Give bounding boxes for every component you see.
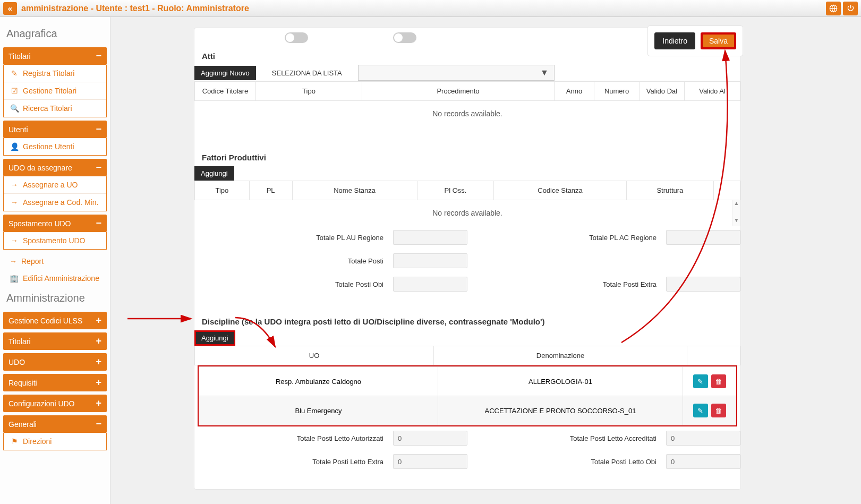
section-title-discipline: Discipline (se la UDO integra posti lett… [194,317,740,330]
trash-icon: 🗑 [715,407,722,415]
section-title-fattori: Fattori Produttivi [194,153,740,166]
lbl-tot-extra: Totale Posti Extra [467,280,666,288]
col-valido-al: Valido Al [685,82,740,101]
accordion-generali[interactable]: Generali− [3,415,107,433]
chevron-down-icon: ▼ [540,68,549,78]
accordion-utenti[interactable]: Utenti− [3,121,107,138]
app-title: amministrazione - Utente : test1 - Ruolo… [21,4,249,13]
sidebar-item-spostamento-udo[interactable]: →Spostamento UDO [4,232,106,249]
sidebar-link-report[interactable]: →Report [3,253,107,270]
accordion-udo-assegnare[interactable]: UDO da assegnare− [3,159,107,176]
cell-uo: Resp. Ambulanze Caldogno [199,367,438,396]
inp-tot-extra[interactable] [666,277,740,292]
col-pl: PL [249,181,292,200]
inp-autorizzati[interactable] [393,431,467,446]
accordion-requisiti[interactable]: Requisiti+ [3,374,107,391]
fattori-add-button[interactable]: Aggiungi [194,166,234,181]
atti-empty: No records available. [194,101,740,126]
discipline-add-button[interactable]: Aggiungi [194,330,235,346]
sidebar: Anagrafica Titolari− ✎Registra Titolari … [0,17,110,504]
sidebar-item-gestione-utenti[interactable]: 👤Gestione Utenti [4,138,106,155]
sidebar-item-direzioni[interactable]: ⚑Direzioni [4,433,106,450]
edit-icon: ✎ [697,407,703,415]
scroll-indicator[interactable]: ▲▼ [732,200,740,226]
action-bar: Indietro Salva [647,25,743,56]
inp-pl-extra[interactable] [393,454,467,469]
accordion-titolari[interactable]: Titolari− [3,47,107,65]
cell-uo: Blu Emergency [199,396,438,425]
atti-add-new-button[interactable]: Aggiungi Nuovo [194,66,256,80]
power-icon[interactable] [843,2,858,15]
lbl-tot-obi: Totale Posti Obi [194,280,393,288]
arrow-right-icon: → [10,257,17,266]
fattori-empty: No records available. [194,200,740,226]
lbl-pl-extra: Totale Posti Letto Extra [194,458,393,466]
accordion-admin-titolari[interactable]: Titolari+ [3,332,107,350]
col-ploss: Pl Oss. [417,181,494,200]
flag-icon: ⚑ [10,437,19,446]
building-icon: 🏢 [10,274,19,283]
lbl-pl-obi: Totale Posti Letto Obi [467,458,666,466]
sidebar-item-registra-titolari[interactable]: ✎Registra Titolari [4,65,106,82]
inp-accreditati[interactable] [666,431,740,446]
edit-icon: ☑ [10,87,19,95]
sidebar-item-ricerca-titolari[interactable]: 🔍Ricerca Titolari [4,100,106,117]
delete-row-button[interactable]: 🗑 [711,374,726,388]
col-uo: UO [195,346,434,365]
col-valido-dal: Valido Dal [640,82,685,101]
save-button[interactable]: Salva [701,32,736,49]
inp-tot-obi[interactable] [393,277,467,292]
sidebar-item-gestione-titolari[interactable]: ☑Gestione Titolari [4,82,106,100]
lbl-autorizzati: Totale Posti Letto Autorizzati [194,434,393,442]
atti-table: Codice Titolare Tipo Procedimento Anno N… [194,81,740,101]
sidebar-link-edifici[interactable]: 🏢Edifici Amministrazione [3,270,107,287]
delete-row-button[interactable]: 🗑 [711,404,726,417]
discipline-row: Resp. Ambulanze Caldogno ALLERGOLOGIA-01… [199,367,736,396]
col-anno: Anno [555,82,594,101]
atti-select-dropdown[interactable]: ▼ [358,65,555,81]
sidebar-item-assegnare-uo[interactable]: →Assegnare a UO [4,176,106,194]
sidebar-heading-amministrazione: Amministrazione [6,292,104,304]
col-numero: Numero [594,82,640,101]
lbl-accreditati: Totale Posti Letto Accreditati [467,434,666,442]
arrow-right-icon: → [10,236,19,245]
collapse-sidebar-button[interactable]: « [3,2,17,15]
col-denominazione: Denominazione [434,346,687,365]
cell-den: ACCETTAZIONE E PRONTO SOCCORSO-S_01 [438,396,683,425]
cell-den: ALLERGOLOGIA-01 [438,367,683,396]
inp-tot-posti[interactable] [393,253,467,268]
sidebar-item-assegnare-codmin[interactable]: →Assegnare a Cod. Min. [4,194,106,211]
search-icon: 🔍 [10,104,19,113]
discipline-table: UO Denominazione [194,346,740,365]
edit-icon: ✎ [697,378,703,386]
atti-select-label: SELEZIONA DA LISTA [256,69,358,77]
col-struttura: Struttura [626,181,713,200]
accordion-admin-udo[interactable]: UDO+ [3,353,107,371]
toggle-switch-1[interactable] [285,32,308,43]
edit-row-button[interactable]: ✎ [693,404,708,417]
col-nome-stanza: Nome Stanza [292,181,417,200]
user-icon: 👤 [10,142,19,151]
inp-tot-au[interactable] [393,230,467,245]
discipline-row: Blu Emergency ACCETTAZIONE E PRONTO SOCC… [199,396,736,425]
globe-icon[interactable] [826,2,841,15]
sidebar-heading-anagrafica: Anagrafica [6,28,104,40]
lbl-tot-ac: Totale PL AC Regione [467,234,666,242]
toggle-switch-2[interactable] [393,32,416,43]
top-bar: « amministrazione - Utente : test1 - Ruo… [0,0,861,17]
back-button[interactable]: Indietro [654,32,695,49]
col-codice-stanza: Codice Stanza [494,181,626,200]
user-plus-icon: ✎ [10,69,19,78]
accordion-config-udo[interactable]: Configurazioni UDO+ [3,395,107,412]
accordion-gestione-codici[interactable]: Gestione Codici ULSS+ [3,312,107,329]
accordion-spostamento-udo[interactable]: Spostamento UDO− [3,215,107,232]
trash-icon: 🗑 [715,378,722,386]
inp-pl-obi[interactable] [666,454,740,469]
col-tipo: Tipo [256,82,362,101]
main-content: Indietro Salva Atti Aggiungi Nuovo SELEZ… [114,17,851,504]
inp-tot-ac[interactable] [666,230,740,245]
edit-row-button[interactable]: ✎ [693,374,708,388]
lbl-tot-posti: Totale Posti [194,257,393,265]
fattori-table: Tipo PL Nome Stanza Pl Oss. Codice Stanz… [194,181,740,200]
col-tipo-f: Tipo [195,181,250,200]
